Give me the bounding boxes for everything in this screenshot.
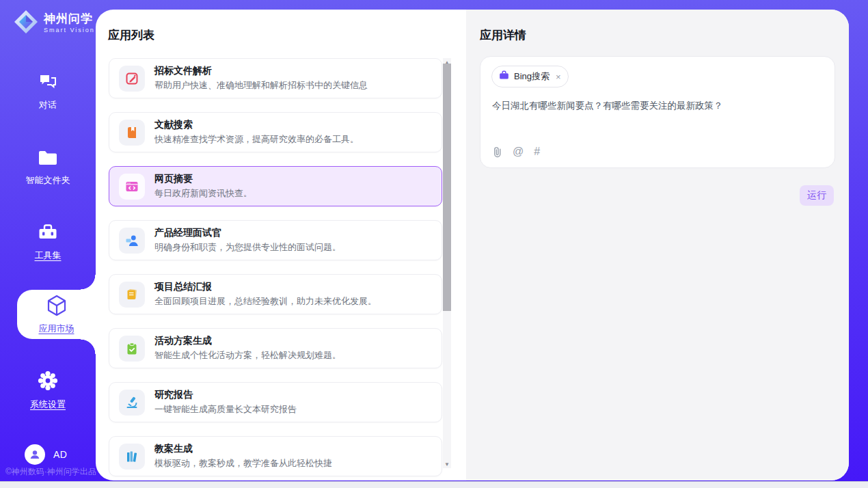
app-list-item[interactable]: 产品经理面试官明确身份和职责，为您提供专业性的面试问题。: [109, 220, 442, 260]
app-list-item[interactable]: 文献搜索快速精准查找学术资源，提高研究效率的必备工具。: [109, 112, 442, 152]
cube-icon: [45, 294, 68, 320]
microscope-icon: [119, 390, 145, 416]
notes-icon: [119, 282, 145, 308]
app-logo: 神州问学 Smart Vision: [14, 10, 95, 37]
sidebar-item-label: 智能文件夹: [26, 174, 70, 187]
window-bottom-strip: [0, 481, 868, 488]
avatar: [25, 444, 45, 465]
app-item-name: 文献搜索: [154, 119, 359, 131]
brand-diamond-icon: [14, 10, 38, 37]
sidebar-item-label: 对话: [39, 99, 57, 111]
sidebar-item-settings[interactable]: 系统设置: [0, 370, 96, 411]
app-list-item[interactable]: 项目总结汇报全面回顾项目进展，总结经验教训，助力未来优化发展。: [109, 274, 442, 314]
folder-icon: [38, 149, 58, 170]
app-item-name: 项目总结汇报: [154, 281, 377, 293]
app-item-description: 一键智能生成高质量长文本研究报告: [154, 403, 297, 416]
app-list-item[interactable]: 活动方案生成智能生成个性化活动方案，轻松解决规划难题。: [109, 328, 442, 368]
app-item-name: 活动方案生成: [154, 335, 341, 347]
scroll-down-arrow-icon[interactable]: ▼: [443, 460, 451, 468]
hash-icon[interactable]: #: [534, 146, 540, 158]
at-icon[interactable]: @: [513, 146, 524, 158]
sidebar-item-label: 应用市场: [39, 323, 74, 335]
app-list: 招标文件解析帮助用户快速、准确地理解和解析招标书中的关键信息文献搜索快速精准查找…: [109, 58, 442, 476]
brand-name: 神州问学: [44, 13, 95, 26]
app-item-description: 快速精准查找学术资源，提高研究效率的必备工具。: [154, 133, 359, 146]
app-item-name: 网页摘要: [154, 173, 252, 185]
main-content: 应用列表 招标文件解析帮助用户快速、准确地理解和解析招标书中的关键信息文献搜索快…: [96, 10, 849, 480]
app-item-description: 智能生成个性化活动方案，轻松解决规划难题。: [154, 349, 341, 362]
run-button[interactable]: 运行: [800, 185, 834, 206]
close-icon[interactable]: ×: [556, 72, 561, 81]
app-detail-panel: 应用详情 Bing搜索 × 今日湖北有哪些新闻要点？有哪些需要关注的最新政策？: [466, 10, 849, 480]
pen-square-icon: [119, 66, 145, 92]
app-item-name: 教案生成: [154, 443, 332, 455]
app-list-title: 应用列表: [108, 27, 154, 43]
app-list-item[interactable]: 招标文件解析帮助用户快速、准确地理解和解析招标书中的关键信息: [109, 58, 442, 98]
tool-tag-label: Bing搜索: [514, 70, 550, 83]
sidebar-item-app-market[interactable]: 应用市场: [17, 290, 96, 339]
books-icon: [119, 444, 145, 470]
active-tab-fillet-top: [81, 275, 96, 290]
app-item-name: 产品经理面试官: [154, 227, 341, 239]
paperclip-icon[interactable]: [492, 146, 502, 158]
app-list-item[interactable]: 网页摘要每日政府新闻资讯快查。: [109, 166, 442, 206]
scrollbar-thumb[interactable]: [443, 64, 451, 311]
user-initials: AD: [53, 449, 67, 460]
chat-icon: [38, 72, 58, 94]
query-input[interactable]: 今日湖北有哪些新闻要点？有哪些需要关注的最新政策？: [492, 99, 824, 113]
clipboard-check-icon: [119, 336, 145, 362]
app-item-description: 全面回顾项目进展，总结经验教训，助力未来优化发展。: [154, 295, 377, 308]
app-item-name: 研究报告: [154, 389, 297, 401]
user-account[interactable]: AD: [25, 444, 67, 465]
app-list-scrollbar[interactable]: ▲ ▼: [443, 58, 451, 468]
gear-icon: [38, 370, 58, 394]
app-item-description: 帮助用户快速、准确地理解和解析招标书中的关键信息: [154, 79, 368, 92]
sidebar: 神州问学 Smart Vision 对话 智能文件夹: [0, 0, 96, 488]
app-detail-title: 应用详情: [480, 27, 526, 43]
copyright-text: ©神州数码·神州问学出品: [5, 466, 96, 478]
interviewer-icon: [119, 228, 145, 254]
sidebar-item-smart-folders[interactable]: 智能文件夹: [0, 149, 96, 187]
sidebar-item-chat[interactable]: 对话: [0, 72, 96, 111]
app-item-description: 每日政府新闻资讯快查。: [154, 187, 252, 200]
app-item-description: 模板驱动，教案秒成，教学准备从此轻松快捷: [154, 457, 332, 470]
browser-code-icon: [119, 174, 145, 200]
app-item-name: 招标文件解析: [154, 65, 368, 77]
brand-tagline: Smart Vision: [44, 27, 95, 33]
briefcase-icon: [499, 70, 509, 83]
sidebar-item-toolset[interactable]: 工具集: [0, 223, 96, 262]
active-tab-fillet-bottom: [81, 339, 96, 354]
toolbox-icon: [38, 223, 58, 245]
prompt-input-card[interactable]: Bing搜索 × 今日湖北有哪些新闻要点？有哪些需要关注的最新政策？ @ #: [480, 56, 835, 168]
app-item-description: 明确身份和职责，为您提供专业性的面试问题。: [154, 241, 341, 254]
app-list-item[interactable]: 教案生成模板驱动，教案秒成，教学准备从此轻松快捷: [109, 436, 442, 476]
book-icon: [119, 120, 145, 146]
sidebar-item-label: 工具集: [35, 249, 62, 262]
sidebar-item-label: 系统设置: [30, 398, 66, 411]
app-list-item[interactable]: 研究报告一键智能生成高质量长文本研究报告: [109, 382, 442, 422]
tool-tag-bing-search[interactable]: Bing搜索 ×: [491, 66, 569, 87]
